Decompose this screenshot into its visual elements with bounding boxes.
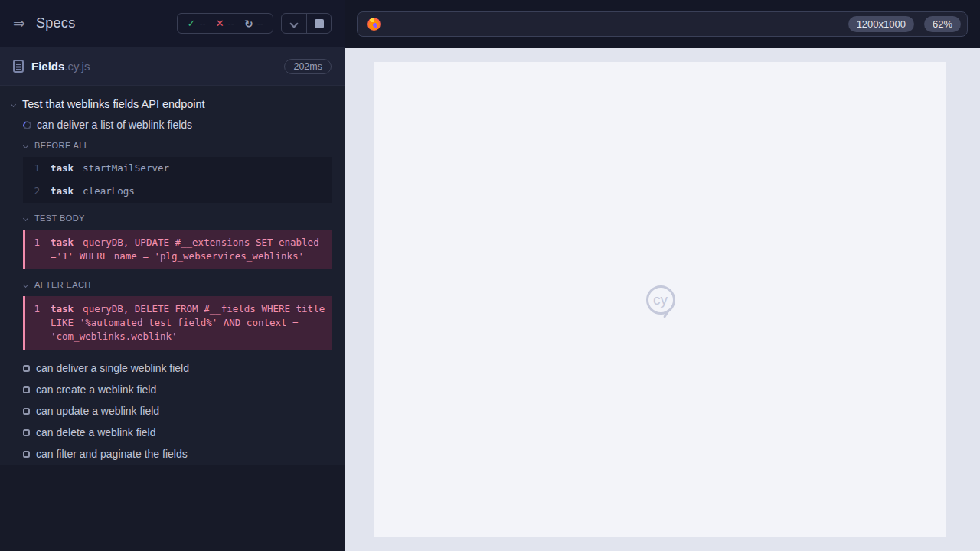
pending-square-icon (23, 386, 30, 393)
command-number: 1 (25, 302, 51, 344)
command-block-before-all: 1 taskstartMailServer 2 taskclearLogs (23, 157, 332, 203)
command-row[interactable]: 2 taskclearLogs (23, 180, 332, 203)
command-block-test-body: 1 taskqueryDB, UPDATE #__extensions SET … (23, 230, 332, 269)
chevron-down-icon (289, 19, 298, 28)
pending-test-row[interactable]: can deliver a single weblink field (0, 357, 345, 379)
pending-test-label: can deliver a single weblink field (36, 362, 189, 374)
runner-topbar: 1200x1000 62% (345, 0, 980, 48)
collapse-all-button[interactable] (282, 14, 306, 33)
command-method: task (51, 236, 74, 248)
cypress-watermark-icon: cy (646, 285, 675, 315)
pending-test-row[interactable]: can create a weblink field (0, 379, 345, 400)
command-row[interactable]: 1 taskstartMailServer (23, 157, 332, 180)
pending-square-icon (23, 451, 30, 458)
spec-file-ext: .cy.js (64, 60, 90, 73)
chevron-down-icon (23, 282, 28, 287)
check-icon: ✓ (187, 18, 195, 29)
command-content: taskclearLogs (51, 184, 325, 198)
pending-test-row[interactable]: can delete a weblink field (0, 422, 345, 443)
spec-file-row[interactable]: Fields .cy.js 202ms (0, 47, 345, 86)
reporter-empty-area (0, 465, 345, 551)
command-block-after-each: 1 taskqueryDB, DELETE FROM #__fields WHE… (23, 296, 332, 350)
runner-stage: 1200x1000 62% cy (345, 0, 980, 551)
command-message: startMailServer (83, 162, 169, 174)
viewport-size-badge: 1200x1000 (848, 16, 914, 33)
x-icon: ✕ (216, 18, 224, 29)
stat-passed: ✓ -- (187, 18, 205, 29)
firefox-icon (368, 18, 381, 31)
section-header-before-all[interactable]: BEFORE ALL (0, 136, 345, 155)
spec-file-name: Fields (31, 60, 64, 73)
reporter-sidebar: ⇒ Specs ✓ -- ✕ -- ↻ -- (0, 0, 345, 551)
command-content: taskqueryDB, DELETE FROM #__fields WHERE… (51, 302, 325, 344)
command-method: task (51, 162, 74, 174)
reporter-header: ⇒ Specs ✓ -- ✕ -- ↻ -- (0, 0, 345, 47)
command-number: 2 (23, 184, 51, 198)
pending-square-icon (23, 365, 30, 372)
spec-file-icon (13, 60, 24, 73)
stop-run-button[interactable] (306, 14, 331, 33)
stat-passed-count: -- (199, 18, 205, 29)
pending-test-label: can create a weblink field (36, 383, 156, 396)
pending-square-icon (23, 429, 30, 436)
chevron-down-icon (23, 215, 28, 220)
running-test-row[interactable]: can deliver a list of weblink fields (0, 113, 345, 136)
section-header-test-body[interactable]: TEST BODY (0, 209, 345, 227)
chevron-down-icon (23, 142, 28, 148)
command-method: task (51, 185, 74, 197)
pending-square-icon (23, 408, 30, 415)
test-tree: Test that weblinks fields API endpoint c… (0, 86, 345, 465)
section-label: BEFORE ALL (34, 141, 89, 150)
spec-duration-badge: 202ms (284, 59, 332, 74)
pending-test-list: can deliver a single weblink field can c… (0, 357, 345, 465)
command-message: clearLogs (83, 185, 135, 197)
suite-title: Test that weblinks fields API endpoint (22, 98, 205, 110)
command-number: 1 (23, 161, 51, 175)
cypress-watermark-text: cy (653, 292, 668, 308)
section-label: TEST BODY (34, 214, 85, 223)
stat-failed-count: -- (228, 18, 234, 29)
command-number: 1 (25, 236, 51, 263)
refresh-icon: ↻ (244, 18, 253, 30)
app-viewport: cy (374, 62, 946, 537)
running-spinner-icon (21, 119, 32, 130)
suite-header[interactable]: Test that weblinks fields API endpoint (0, 95, 345, 113)
pending-test-label: can delete a weblink field (36, 426, 155, 439)
zoom-level-badge: 62% (924, 16, 961, 33)
pending-test-row[interactable]: can filter and paginate the fields (0, 443, 345, 465)
sidebar-toggle-icon[interactable]: ⇒ (13, 16, 25, 31)
running-test-label: can deliver a list of weblink fields (37, 119, 192, 131)
command-content: taskqueryDB, UPDATE #__extensions SET en… (51, 236, 325, 263)
page-title: Specs (36, 15, 76, 31)
stat-running: ↻ -- (244, 18, 263, 30)
section-header-after-each[interactable]: AFTER EACH (0, 276, 345, 294)
command-content: taskstartMailServer (51, 161, 325, 175)
command-message: queryDB, DELETE FROM #__fields WHERE tit… (51, 303, 325, 342)
pending-test-label: can update a weblink field (36, 405, 159, 417)
command-message: queryDB, UPDATE #__extensions SET enable… (51, 236, 319, 262)
pending-test-label: can filter and paginate the fields (36, 448, 188, 460)
stop-square-icon (315, 19, 324, 28)
section-label: AFTER EACH (34, 280, 91, 289)
test-stats: ✓ -- ✕ -- ↻ -- (177, 13, 273, 34)
stat-failed: ✕ -- (216, 18, 234, 29)
pending-test-row[interactable]: can update a weblink field (0, 400, 345, 422)
run-controls (281, 13, 332, 34)
url-bar[interactable]: 1200x1000 62% (357, 11, 968, 37)
command-method: task (51, 303, 74, 315)
chevron-down-icon (11, 101, 16, 106)
stat-running-count: -- (257, 18, 263, 29)
command-row-pinned[interactable]: 1 taskqueryDB, UPDATE #__extensions SET … (25, 230, 332, 269)
command-row-pinned[interactable]: 1 taskqueryDB, DELETE FROM #__fields WHE… (25, 296, 332, 350)
